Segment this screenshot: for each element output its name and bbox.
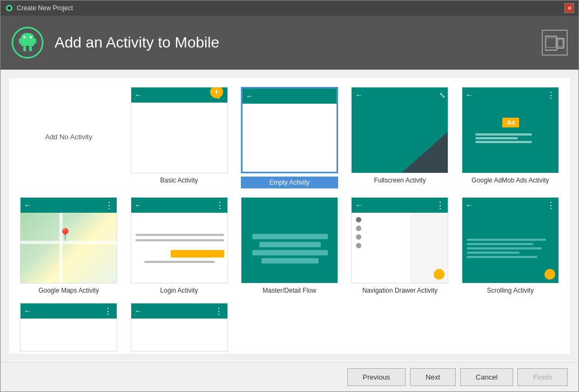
fullscreen-top-icons: ← ⤡ bbox=[355, 91, 446, 99]
tablet-phone-icon bbox=[545, 34, 564, 51]
login-back-arrow-icon: ← bbox=[134, 201, 142, 209]
scrolling-line-1 bbox=[467, 239, 547, 241]
wizard-header: Add an Activity to Mobile bbox=[1, 16, 578, 70]
scrolling-fab bbox=[544, 269, 555, 280]
activity-item-partial-1[interactable]: ← ⋮ bbox=[18, 303, 119, 352]
navdrawer-bg: ← ⋮ bbox=[352, 198, 448, 283]
partial-menu-2-icon: ⋮ bbox=[214, 306, 224, 316]
activity-item-admob[interactable]: ← ⋮ Ad bbox=[460, 87, 561, 184]
scrolling-line-2 bbox=[467, 243, 533, 245]
admob-line-2 bbox=[475, 137, 518, 139]
masterdetail-teal-bar bbox=[241, 198, 338, 213]
svg-rect-7 bbox=[19, 38, 21, 44]
fullscreen-activity-label: Fullscreen Activity bbox=[374, 177, 426, 184]
activity-item-partial-2[interactable]: ← ⋮ bbox=[128, 303, 230, 352]
basic-back-arrow-icon: ← bbox=[134, 91, 142, 99]
login-button-thumb bbox=[171, 250, 224, 258]
activity-item-login[interactable]: ← ⋮ Login Activity bbox=[128, 197, 230, 294]
svg-rect-12 bbox=[546, 38, 556, 48]
activity-grid: Add No Activity ← ⋮ + Basic Activit bbox=[18, 87, 561, 352]
login-teal-bar: ← ⋮ bbox=[131, 198, 228, 213]
masterdetail-bar-2 bbox=[259, 242, 321, 247]
masterdetail-activity-label: Master/Detail Flow bbox=[262, 287, 316, 294]
partial-thumb-1: ← ⋮ bbox=[20, 303, 117, 352]
basic-activity-thumb: ← ⋮ + bbox=[131, 87, 228, 173]
scrolling-line-5 bbox=[467, 256, 537, 258]
maps-menu-icon: ⋮ bbox=[105, 200, 115, 211]
activity-item-maps[interactable]: ← ⋮ 📍 Google Maps Activity bbox=[18, 197, 119, 294]
navdrawer-dot-3 bbox=[356, 234, 361, 240]
no-activity-thumb: Add No Activity bbox=[45, 87, 92, 187]
login-field-2 bbox=[136, 239, 224, 241]
scrolling-back-arrow-icon: ← bbox=[466, 201, 473, 209]
svg-rect-8 bbox=[34, 38, 36, 44]
partial-back-arrow-1-icon: ← bbox=[24, 307, 31, 315]
navdrawer-right-panel bbox=[410, 213, 448, 283]
login-field-1 bbox=[136, 234, 224, 236]
scrolling-activity-thumb: ← ⋮ bbox=[462, 197, 559, 283]
navdrawer-menu-icon: ⋮ bbox=[436, 200, 446, 211]
navdrawer-back-arrow-icon: ← bbox=[355, 201, 362, 209]
svg-rect-9 bbox=[23, 46, 26, 51]
masterdetail-bar-1 bbox=[252, 234, 327, 239]
activity-item-add-no-activity[interactable]: Add No Activity bbox=[18, 87, 119, 187]
admob-teal-bar: ← ⋮ bbox=[462, 87, 559, 103]
admob-ad-badge: Ad bbox=[502, 118, 519, 127]
activity-item-masterdetail[interactable]: Master/Detail Flow bbox=[239, 197, 340, 294]
basic-activity-label: Basic Activity bbox=[160, 177, 198, 184]
content-area: Add No Activity ← ⋮ + Basic Activit bbox=[9, 78, 570, 354]
partial-thumb-2: ← ⋮ bbox=[131, 303, 228, 352]
activity-item-empty[interactable]: ← Empty Activity bbox=[239, 87, 340, 188]
maps-activity-label: Google Maps Activity bbox=[38, 287, 99, 294]
admob-back-arrow-icon: ← bbox=[466, 91, 473, 99]
admob-activity-label: Google AdMob Ads Activity bbox=[472, 177, 549, 184]
login-menu-icon: ⋮ bbox=[216, 200, 225, 211]
cancel-button[interactable]: Cancel bbox=[460, 368, 513, 386]
svg-rect-10 bbox=[29, 46, 32, 51]
activity-item-fullscreen[interactable]: ← ⤡ Fullscreen Activity bbox=[349, 87, 450, 184]
navdrawer-dot-1 bbox=[356, 217, 361, 222]
navdrawer-teal-bar: ← ⋮ bbox=[352, 198, 448, 213]
masterdetail-body bbox=[241, 213, 338, 283]
admob-line-3 bbox=[475, 141, 532, 143]
maps-bg: ← ⋮ 📍 bbox=[21, 198, 117, 283]
login-bg: ← ⋮ bbox=[131, 198, 228, 283]
empty-activity-label: Empty Activity bbox=[241, 177, 338, 188]
scrolling-line-4 bbox=[467, 252, 520, 254]
svg-point-6 bbox=[30, 36, 32, 38]
navdrawer-dot-2 bbox=[356, 226, 361, 231]
activity-item-scrolling[interactable]: ← ⋮ S bbox=[460, 197, 561, 294]
activity-item-basic[interactable]: ← ⋮ + Basic Activity bbox=[128, 87, 230, 184]
title-bar: Create New Project ✕ bbox=[1, 1, 578, 16]
scrolling-line-3 bbox=[467, 247, 542, 249]
main-window: Create New Project ✕ Add an Activity to … bbox=[0, 0, 579, 392]
empty-activity-thumb: ← bbox=[241, 87, 338, 173]
scrolling-activity-label: Scrolling Activity bbox=[487, 287, 534, 294]
activity-item-navdrawer[interactable]: ← ⋮ bbox=[349, 197, 450, 294]
partial-teal-bar-1: ← ⋮ bbox=[21, 303, 117, 319]
login-links-thumb bbox=[144, 261, 215, 263]
scrolling-menu-icon: ⋮ bbox=[547, 200, 556, 211]
masterdetail-bar-3 bbox=[252, 250, 327, 255]
navdrawer-left-panel bbox=[352, 213, 410, 283]
no-activity-label: Add No Activity bbox=[45, 133, 92, 141]
partial-back-arrow-2-icon: ← bbox=[134, 307, 142, 315]
maps-activity-thumb: ← ⋮ 📍 bbox=[20, 197, 117, 283]
navdrawer-activity-thumb: ← ⋮ bbox=[351, 197, 448, 283]
partial-menu-1-icon: ⋮ bbox=[104, 306, 113, 316]
svg-rect-14 bbox=[558, 39, 563, 46]
fullscreen-bg: ← ⤡ bbox=[352, 87, 448, 173]
scrolling-bg: ← ⋮ bbox=[462, 198, 559, 283]
previous-button[interactable]: Previous bbox=[347, 368, 406, 386]
admob-activity-thumb: ← ⋮ Ad bbox=[462, 87, 559, 173]
empty-back-arrow-icon: ← bbox=[246, 92, 253, 100]
basic-fab-icon: + bbox=[210, 87, 223, 98]
fullscreen-diagonal bbox=[400, 131, 448, 173]
navdrawer-fab bbox=[434, 269, 445, 280]
next-button[interactable]: Next bbox=[410, 368, 456, 386]
finish-button[interactable]: Finish bbox=[517, 368, 568, 386]
masterdetail-activity-thumb bbox=[241, 197, 338, 283]
close-button[interactable]: ✕ bbox=[564, 3, 574, 13]
device-icon bbox=[542, 30, 568, 56]
partial-teal-bar-2: ← ⋮ bbox=[131, 303, 227, 319]
